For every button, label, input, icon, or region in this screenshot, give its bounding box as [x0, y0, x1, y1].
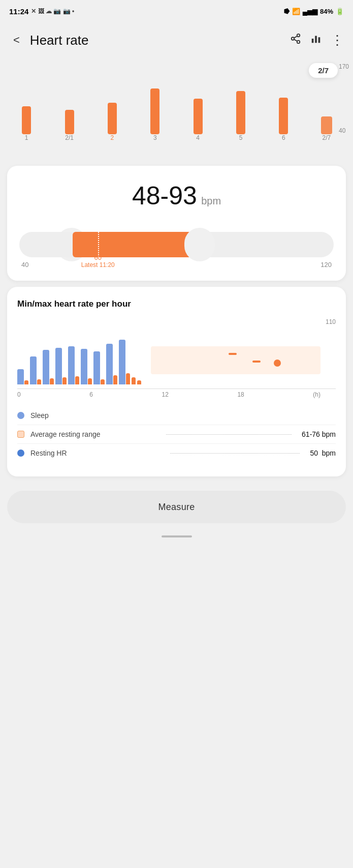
weekly-bar-group[interactable] — [305, 73, 348, 134]
measure-button[interactable]: Measure — [7, 491, 346, 523]
x-label: 5 — [219, 134, 262, 141]
weekly-bar-group[interactable] — [48, 73, 90, 134]
hour-bar-group — [81, 349, 92, 384]
card-title: Min/max heart rate per hour — [17, 299, 336, 309]
hour-chart-wrapper: 110 — [17, 318, 336, 384]
legend: Sleep Average resting range 61-76 bpm Re… — [17, 406, 336, 462]
status-icons: ✕ 🖼 ☁ 📷 📷 • — [31, 8, 74, 15]
battery-label: 84% — [320, 8, 333, 15]
signal-icon: ▄▅▆ — [303, 8, 317, 15]
avg-rest-square — [17, 431, 24, 438]
x-label: 2 — [91, 134, 134, 141]
dash-mark-2 — [252, 361, 261, 363]
hour-bar-group — [119, 340, 130, 384]
legend-avg-rest: Average resting range 61-76 bpm — [17, 425, 336, 444]
weekly-bar-group[interactable] — [5, 73, 48, 134]
more-icon[interactable]: ⋮ — [331, 34, 344, 47]
measure-btn-wrap: Measure — [0, 483, 353, 535]
hour-bar-group — [132, 377, 136, 384]
hour-bar-group — [17, 369, 28, 384]
status-left: 11:24 ✕ 🖼 ☁ 📷 📷 • — [9, 7, 74, 16]
weekly-bar-group[interactable] — [91, 73, 134, 134]
range-current-label: 60 Latest 11:20 — [81, 254, 115, 268]
range-thumb-right — [184, 228, 215, 261]
status-time: 11:24 — [9, 7, 28, 16]
hour-bar-group — [106, 344, 117, 384]
x-label: 2/7 — [305, 134, 348, 141]
dot-mark — [274, 360, 281, 367]
weekly-bar-group[interactable] — [262, 73, 305, 134]
sleep-label: Sleep — [30, 411, 336, 420]
header: < Heart rate ⋮ — [0, 22, 353, 58]
hour-x-label: 0 — [17, 391, 21, 398]
battery-icon: 🔋 — [336, 8, 344, 15]
hour-bar-group — [68, 346, 79, 384]
avg-rest-label: Average resting range — [30, 430, 156, 438]
svg-line-3 — [294, 39, 297, 41]
weekly-bar-group[interactable] — [219, 73, 262, 134]
hour-bar-group — [43, 350, 54, 384]
wifi-icon: 📶 — [292, 8, 300, 15]
hour-bar-group — [137, 380, 141, 384]
bpm-value: 48-93 — [132, 182, 197, 210]
bpm-unit: bpm — [201, 195, 221, 206]
avg-rest-zone — [151, 346, 320, 374]
weekly-chart-container: 170 40 2/7 12/1234562/7 — [0, 58, 353, 160]
bluetooth-icon: ⭓ — [284, 8, 290, 15]
legend-resting-hr: Resting HR 50 bpm — [17, 444, 336, 462]
chart-icon[interactable] — [310, 33, 322, 47]
main-card: 48-93 bpm 40 120 60 Latest 11:20 — [7, 166, 346, 281]
hour-x-label: 6 — [89, 391, 93, 398]
resting-hr-value: 50 bpm — [310, 449, 336, 457]
range-x-labels: 40 120 — [19, 261, 334, 268]
dash-mark-1 — [229, 353, 237, 355]
resting-hr-dots — [170, 453, 300, 454]
hour-card: Min/max heart rate per hour 110 061218(h… — [7, 287, 346, 476]
bottom-handle — [0, 535, 353, 544]
x-label: 3 — [134, 134, 176, 141]
hour-x-axis: 061218(h) — [17, 388, 336, 398]
x-label: 4 — [177, 134, 219, 141]
sleep-dot — [17, 412, 24, 419]
svg-line-4 — [294, 36, 297, 38]
x-labels: 12/1234562/7 — [0, 134, 353, 141]
avg-rest-value: 61-76 bpm — [302, 430, 336, 438]
hour-x-label: 18 — [237, 391, 244, 398]
hour-x-label: (h) — [313, 391, 320, 398]
weekly-chart[interactable] — [0, 63, 353, 134]
svg-rect-7 — [318, 37, 320, 43]
back-button[interactable]: < — [9, 32, 24, 49]
hour-y-label: 110 — [326, 318, 336, 325]
svg-rect-5 — [312, 39, 314, 43]
svg-rect-6 — [315, 36, 317, 43]
selected-date-bubble: 2/7 — [309, 63, 338, 78]
hour-bar-group — [55, 348, 67, 384]
resting-hr-dot — [17, 450, 24, 457]
header-icons: ⋮ — [290, 33, 344, 47]
share-icon[interactable] — [290, 33, 301, 47]
legend-sleep: Sleep — [17, 406, 336, 425]
x-label: 6 — [262, 134, 305, 141]
bpm-display: 48-93 bpm — [19, 181, 334, 211]
weekly-bar-group[interactable] — [134, 73, 176, 134]
page-title: Heart rate — [30, 33, 284, 48]
x-label: 2/1 — [48, 134, 90, 141]
hour-x-label: 12 — [162, 391, 168, 398]
hour-bar-group — [93, 351, 105, 384]
hour-bar-group — [30, 356, 41, 384]
weekly-bar-group[interactable] — [177, 73, 219, 134]
resting-hr-label: Resting HR — [30, 449, 160, 457]
x-label: 1 — [5, 134, 48, 141]
avg-rest-dots — [166, 434, 292, 435]
status-bar: 11:24 ✕ 🖼 ☁ 📷 📷 • ⭓ 📶 ▄▅▆ 84% 🔋 — [0, 0, 353, 22]
status-right: ⭓ 📶 ▄▅▆ 84% 🔋 — [284, 8, 344, 15]
handle-bar — [162, 535, 192, 537]
range-bar: 40 120 60 Latest 11:20 — [19, 223, 334, 268]
